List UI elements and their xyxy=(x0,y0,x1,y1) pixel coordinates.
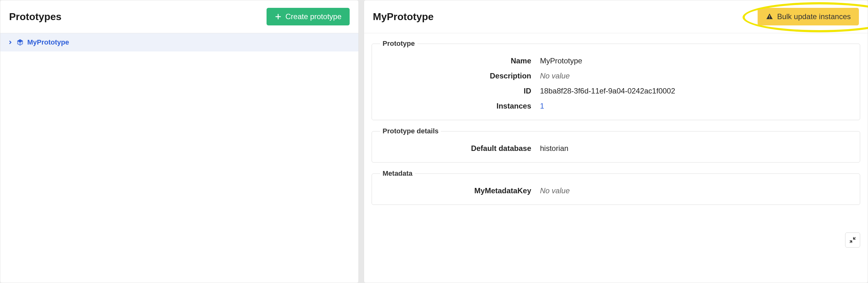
row-name: Name MyPrototype xyxy=(380,53,852,68)
metadata-wrap: Metadata MyMetadataKey No value xyxy=(372,169,860,205)
collapse-icon xyxy=(849,236,856,244)
label-instances: Instances xyxy=(380,102,540,110)
section-details-legend: Prototype details xyxy=(380,127,441,135)
row-default-db: Default database historian xyxy=(380,141,852,156)
create-prototype-label: Create prototype xyxy=(285,12,341,21)
label-description: Description xyxy=(380,72,540,80)
cube-icon xyxy=(17,39,24,46)
detail-panel: MyPrototype Bulk update instances Protot… xyxy=(364,0,868,283)
plus-icon xyxy=(275,13,282,20)
label-default-db: Default database xyxy=(380,144,540,153)
svg-rect-3 xyxy=(769,18,770,19)
label-metadata-key: MyMetadataKey xyxy=(380,187,540,195)
row-instances: Instances 1 xyxy=(380,98,852,114)
warning-icon xyxy=(766,13,773,20)
detail-title: MyPrototype xyxy=(373,11,434,23)
row-metadata-key: MyMetadataKey No value xyxy=(380,183,852,198)
section-prototype-legend: Prototype xyxy=(380,39,417,48)
value-instances-link[interactable]: 1 xyxy=(540,102,544,110)
value-name: MyPrototype xyxy=(540,56,582,65)
value-default-db: historian xyxy=(540,144,568,153)
row-description: Description No value xyxy=(380,68,852,83)
label-id: ID xyxy=(380,87,540,95)
chevron-right-icon xyxy=(8,40,13,45)
collapse-button[interactable] xyxy=(845,232,860,248)
section-metadata-legend: Metadata xyxy=(380,169,415,177)
bulk-update-button[interactable]: Bulk update instances xyxy=(757,8,859,25)
prototypes-panel: Prototypes Create prototype MyPrototype xyxy=(0,0,359,283)
value-metadata-key: No value xyxy=(540,187,570,195)
value-id: 18ba8f28-3f6d-11ef-9a04-0242ac1f0002 xyxy=(540,87,675,95)
create-prototype-button[interactable]: Create prototype xyxy=(267,8,350,25)
bulk-update-label: Bulk update instances xyxy=(777,12,851,21)
label-name: Name xyxy=(380,56,540,65)
detail-header: MyPrototype Bulk update instances xyxy=(364,0,868,33)
svg-rect-2 xyxy=(769,16,770,17)
row-id: ID 18ba8f28-3f6d-11ef-9a04-0242ac1f0002 xyxy=(380,83,852,98)
section-prototype: Prototype Name MyPrototype Description N… xyxy=(372,39,860,120)
section-details: Prototype details Default database histo… xyxy=(372,127,860,163)
detail-body: Prototype Name MyPrototype Description N… xyxy=(364,33,868,211)
prototype-tree: MyPrototype xyxy=(0,33,359,283)
value-description: No value xyxy=(540,72,570,80)
tree-item-label: MyPrototype xyxy=(27,38,69,47)
section-metadata: Metadata MyMetadataKey No value xyxy=(372,169,860,205)
prototypes-header: Prototypes Create prototype xyxy=(0,0,359,33)
tree-item-myprototype[interactable]: MyPrototype xyxy=(0,33,359,52)
prototypes-title: Prototypes xyxy=(9,11,61,23)
